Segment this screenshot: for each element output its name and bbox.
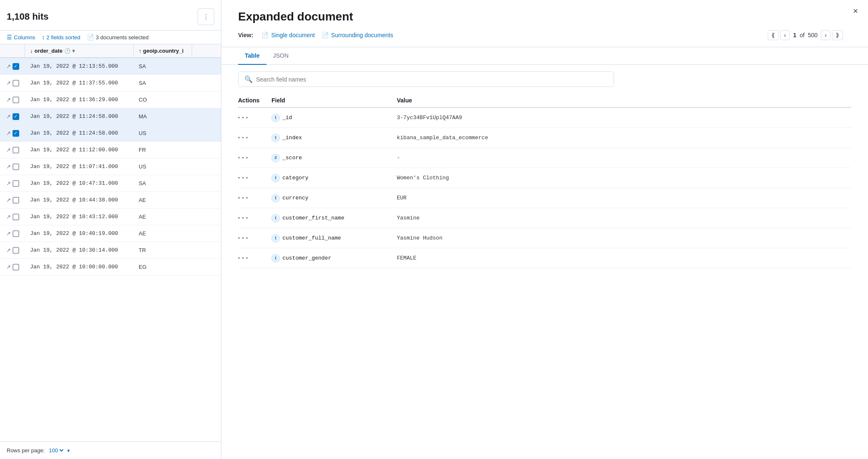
expand-cell: ↗ [0,178,25,189]
sort-icon: ↕ [42,34,45,41]
expand-cell: ↗ [0,128,25,138]
row-checkbox[interactable] [13,113,19,120]
single-document-button[interactable]: 📄 Single document [258,30,318,40]
field-name-cell: tcustomer_gender [272,254,397,263]
options-icon: ⋮ [203,13,209,21]
row-checkbox[interactable] [13,197,19,204]
country-cell: AE [134,210,192,223]
action-menu-icon[interactable]: • • • [238,195,248,201]
tab-json[interactable]: JSON [266,47,295,65]
action-menu-icon[interactable]: • • • [238,215,248,221]
panel-title: Expanded document [238,10,843,23]
expand-row-icon[interactable]: ↗ [6,80,11,86]
table-row: ↗Jan 19, 2022 @ 12:13:55.000SA [0,58,221,75]
action-menu-icon[interactable]: • • • [238,155,248,161]
doc-table: Actions Field Value • • •t_id3-7yc34BFv1… [221,94,868,459]
field-actions: • • • [238,215,272,221]
expand-row-icon[interactable]: ↗ [6,97,11,103]
expand-row-icon[interactable]: ↗ [6,197,11,203]
table-row: ↗Jan 19, 2022 @ 10:47:31.000SA [0,175,221,192]
field-type-badge: t [272,114,280,122]
row-checkbox[interactable] [13,147,19,153]
action-menu-icon[interactable]: • • • [238,175,248,181]
expand-row-icon[interactable]: ↗ [6,230,11,237]
row-checkbox[interactable] [13,163,19,170]
row-checkbox[interactable] [13,264,19,270]
field-search-input[interactable] [256,76,608,83]
prev-page-button[interactable]: ‹ [780,30,790,40]
row-checkbox[interactable] [13,247,19,254]
doc-field-row: • • •t_id3-7yc34BFv1UplQ47AA9 [238,108,851,128]
field-type-badge: t [272,214,280,222]
doc-field-row: • • •#_score- [238,148,851,168]
table-row: ↗Jan 19, 2022 @ 10:30:14.000TR [0,242,221,259]
sort-up-icon: ↑ [139,48,142,54]
field-type-badge: t [272,194,280,202]
expand-row-icon[interactable]: ↗ [6,147,11,153]
row-checkbox[interactable] [13,214,19,220]
field-name-label: _score [282,155,302,161]
expand-row-icon[interactable]: ↗ [6,163,11,170]
doc-field-row: • • •tcustomer_first_nameYasmine [238,208,851,228]
left-panel: 1,108 hits ⋮ ☰ Columns ↕ 2 fields sorted… [0,0,221,459]
country-cell: MA [134,110,192,123]
field-name-cell: #_score [272,154,397,162]
expand-row-icon[interactable]: ↗ [6,130,11,136]
tab-table[interactable]: Table [238,47,266,65]
close-button[interactable]: × [853,7,858,15]
th-actions: Actions [238,97,272,104]
date-cell: Jan 19, 2022 @ 10:00:00.000 [25,260,134,273]
table-header: ↓ order_date 🕐 ▾ ↑ geoip.country_i [0,44,221,58]
surrounding-documents-button[interactable]: 📄 Surrounding documents [318,30,397,40]
right-panel: × Expanded document View: 📄 Single docum… [221,0,868,459]
row-checkbox[interactable] [13,230,19,237]
tabs-row: TableJSON [221,47,868,65]
clock-icon: 🕐 [64,48,71,54]
columns-icon: ☰ [7,34,12,41]
field-type-badge: # [272,154,280,162]
th-field: Field [272,97,397,104]
country-cell: US [134,127,192,140]
expand-cell: ↗ [0,212,25,222]
country-cell: SA [134,60,192,73]
field-value-cell: Yasmine [397,215,851,221]
expand-row-icon[interactable]: ↗ [6,180,11,186]
expand-row-icon[interactable]: ↗ [6,214,11,220]
row-checkbox[interactable] [13,97,19,103]
columns-button[interactable]: ☰ Columns [7,34,35,41]
rows-per-page-select[interactable]: 100 25 50 [47,447,65,454]
hits-options-button[interactable]: ⋮ [198,8,214,25]
row-checkbox[interactable] [13,180,19,187]
next-page-button[interactable]: › [821,30,830,40]
th-order-date[interactable]: ↓ order_date 🕐 ▾ [25,44,134,57]
date-cell: Jan 19, 2022 @ 10:40:19.000 [25,227,134,240]
expand-row-icon[interactable]: ↗ [6,264,11,270]
row-checkbox[interactable] [13,63,19,70]
field-value-cell: Women's Clothing [397,175,851,181]
row-checkbox[interactable] [13,80,19,87]
last-page-button[interactable]: ⟫ [832,30,843,40]
country-cell: AE [134,227,192,240]
field-type-badge: t [272,134,280,142]
table-row: ↗Jan 19, 2022 @ 11:24:58.000MA [0,108,221,125]
action-menu-icon[interactable]: • • • [238,135,248,141]
action-menu-icon[interactable]: • • • [238,255,248,261]
sort-button[interactable]: ↕ 2 fields sorted [42,34,80,41]
action-menu-icon[interactable]: • • • [238,115,248,121]
view-row: View: 📄 Single document 📄 Surrounding do… [238,30,843,40]
doc-rows: • • •t_id3-7yc34BFv1UplQ47AA9• • •t_inde… [238,108,851,268]
action-menu-icon[interactable]: • • • [238,235,248,241]
field-value-cell: EUR [397,195,851,201]
expand-cell: ↗ [0,195,25,205]
first-page-button[interactable]: ⟪ [768,30,779,40]
doc-field-row: • • •tcustomer_full_nameYasmine Hudson [238,228,851,248]
row-checkbox[interactable] [13,130,19,137]
hits-header: 1,108 hits ⋮ [0,0,221,31]
field-name-label: _index [282,135,302,141]
th-country[interactable]: ↑ geoip.country_i [134,44,192,57]
expand-row-icon[interactable]: ↗ [6,113,11,120]
field-actions: • • • [238,255,272,261]
country-cell: SA [134,177,192,190]
expand-row-icon[interactable]: ↗ [6,63,11,69]
expand-row-icon[interactable]: ↗ [6,247,11,253]
